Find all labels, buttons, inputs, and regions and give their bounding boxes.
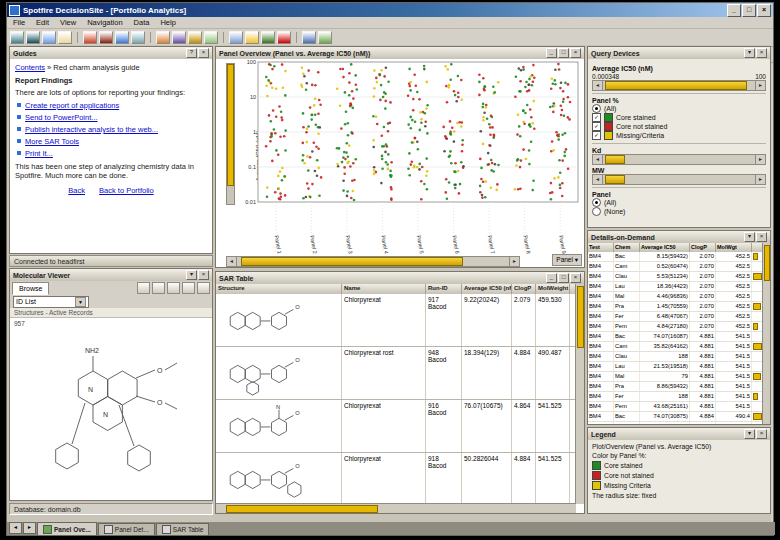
scroll-right-icon[interactable]: ► bbox=[509, 256, 520, 267]
details-vscroll-thumb[interactable] bbox=[764, 245, 770, 281]
slider-left-icon[interactable]: ◄ bbox=[592, 80, 603, 91]
menu-file[interactable]: File bbox=[12, 18, 26, 27]
panel-pct-all-radio[interactable]: (All) bbox=[592, 104, 766, 113]
chart-maximize-button[interactable]: □ bbox=[558, 48, 569, 58]
page-tab-2[interactable]: SAR Table bbox=[156, 523, 210, 535]
sar-column-3[interactable]: Average IC50 (nM) bbox=[462, 284, 512, 294]
table-view-icon[interactable] bbox=[261, 31, 275, 44]
id-list-dropdown[interactable]: ID List ▼ bbox=[13, 296, 89, 308]
browse-tab[interactable]: Browse bbox=[12, 282, 49, 295]
viewer-settings-icon[interactable] bbox=[182, 282, 195, 294]
legend-close-button[interactable]: × bbox=[756, 429, 767, 439]
details-row[interactable]: BM4Fer6.48(47067)2.070452.5 bbox=[588, 312, 763, 322]
tab-scroll-left-icon[interactable]: ◄ bbox=[9, 522, 22, 534]
redo-icon[interactable] bbox=[172, 31, 186, 44]
title-bar[interactable]: Spotfire DecisionSite - [Portfolio Analy… bbox=[7, 3, 773, 17]
menu-data[interactable]: Data bbox=[133, 18, 151, 27]
details-column-3[interactable]: ClogP bbox=[690, 243, 716, 252]
viewer-close-button[interactable]: × bbox=[198, 270, 209, 280]
details-row[interactable]: BM4Lau21.53(19518)4.881541.5 bbox=[588, 362, 763, 372]
checkbox-icon[interactable]: ✓ bbox=[592, 131, 601, 140]
x-axis-selector[interactable]: Panel ▾ bbox=[552, 254, 582, 266]
slider-left-icon[interactable]: ◄ bbox=[592, 154, 603, 165]
sar-column-4[interactable]: ClogP bbox=[512, 284, 536, 294]
legend-minimize-button[interactable]: ▾ bbox=[744, 429, 755, 439]
query-close-button[interactable]: × bbox=[756, 48, 767, 58]
copy-icon[interactable] bbox=[115, 31, 129, 44]
details-column-4[interactable]: MolWgt bbox=[716, 243, 752, 252]
cut-icon[interactable] bbox=[99, 31, 113, 44]
sar-hscroll-thumb[interactable] bbox=[226, 505, 378, 513]
details-column-0[interactable]: Test bbox=[588, 243, 614, 252]
copy-structure-icon[interactable] bbox=[167, 282, 180, 294]
sar-table-row[interactable]: OChlorpyrexat rost948 Bacod18.394(129)4.… bbox=[216, 347, 576, 400]
radio-icon[interactable] bbox=[592, 207, 601, 216]
checkbox-icon[interactable]: ✓ bbox=[592, 113, 601, 122]
undo-icon[interactable] bbox=[156, 31, 170, 44]
panel-group-item-0[interactable]: (All) bbox=[592, 198, 766, 207]
panel-pct-item-1[interactable]: ✓Core not stained bbox=[592, 122, 766, 131]
menu-help[interactable]: Help bbox=[159, 18, 176, 27]
open-icon[interactable] bbox=[26, 31, 40, 44]
slider-thumb[interactable] bbox=[605, 155, 625, 164]
menu-view[interactable]: View bbox=[59, 18, 77, 27]
back-to-portfolio-link[interactable]: Back to Portfolio bbox=[99, 186, 154, 195]
details-row[interactable]: BM4Cam35.82(67057)4.884490.4 bbox=[588, 422, 763, 424]
viewer-minimize-button[interactable]: ▾ bbox=[186, 270, 197, 280]
guides-close-button[interactable]: × bbox=[198, 48, 209, 58]
minimize-button[interactable]: _ bbox=[727, 4, 741, 17]
scatter-plot[interactable]: 1001010.10.01Panel 1Panel 2Panel 3Panel … bbox=[234, 59, 582, 256]
panel-pct-item-2[interactable]: ✓Missing/Criteria bbox=[592, 131, 766, 140]
new-document-icon[interactable] bbox=[10, 31, 24, 44]
details-row[interactable]: BM4Bac74.07(30875)4.884490.4 bbox=[588, 412, 763, 422]
contents-link[interactable]: Contents bbox=[15, 63, 45, 72]
page-tab-0[interactable]: Panel Ove... bbox=[37, 522, 97, 535]
scatter-chart-icon[interactable] bbox=[204, 31, 218, 44]
menu-navigation[interactable]: Navigation bbox=[86, 18, 123, 27]
sar-horizontal-scrollbar[interactable] bbox=[216, 503, 576, 513]
slider-device-0[interactable]: ◄► bbox=[592, 155, 766, 164]
print-icon[interactable] bbox=[58, 31, 72, 44]
pie-chart-icon[interactable] bbox=[245, 31, 259, 44]
query-minimize-button[interactable]: ▾ bbox=[744, 48, 755, 58]
range-slider-thumb[interactable] bbox=[605, 81, 747, 90]
details-row[interactable]: BM4Pem43.68(25161)4.881541.5 bbox=[588, 402, 763, 412]
x-axis-zoom-thumb[interactable] bbox=[241, 257, 463, 266]
profile-chart-icon[interactable] bbox=[277, 31, 291, 44]
sar-vscroll-thumb[interactable] bbox=[577, 286, 584, 348]
y-axis-zoom-thumb[interactable] bbox=[227, 64, 234, 186]
sar-column-1[interactable]: Name bbox=[342, 284, 426, 294]
sar-column-0[interactable]: Structure bbox=[216, 284, 342, 294]
details-minimize-button[interactable]: ▾ bbox=[744, 232, 755, 242]
viewer-menu-icon[interactable] bbox=[197, 282, 210, 294]
chart-minimize-button[interactable]: _ bbox=[546, 48, 557, 58]
paste-icon[interactable] bbox=[131, 31, 145, 44]
sar-table-row[interactable]: ONChlorpyrexat916 Bacod76.07(10675)4.864… bbox=[216, 400, 576, 453]
radio-icon[interactable] bbox=[592, 198, 601, 207]
radio-icon[interactable] bbox=[592, 104, 601, 113]
sar-column-5[interactable]: MolWeight bbox=[536, 284, 570, 294]
details-column-1[interactable]: Chem bbox=[614, 243, 640, 252]
previous-record-icon[interactable] bbox=[137, 282, 150, 294]
details-row[interactable]: BM4Fer1884.881541.5 bbox=[588, 392, 763, 402]
panel-pct-item-0[interactable]: ✓Core stained bbox=[592, 113, 766, 122]
sar-minimize-button[interactable]: _ bbox=[546, 273, 557, 283]
details-row[interactable]: BM4Cam0.52(60474)2.070452.5 bbox=[588, 262, 763, 272]
details-vertical-scrollbar[interactable] bbox=[762, 243, 770, 424]
back-link[interactable]: Back bbox=[68, 186, 85, 195]
details-row[interactable]: BM4Pra1.45(70559)2.070452.5 bbox=[588, 302, 763, 312]
tab-scroll-right-icon[interactable]: ► bbox=[23, 522, 36, 534]
chart-close-button[interactable]: × bbox=[570, 48, 581, 58]
menu-edit[interactable]: Edit bbox=[35, 18, 50, 27]
sar-vertical-scrollbar[interactable] bbox=[575, 284, 584, 504]
line-chart-icon[interactable] bbox=[229, 31, 243, 44]
structure-canvas[interactable]: 957 OONH2NN bbox=[10, 318, 212, 500]
details-column-2[interactable]: Average IC50 bbox=[640, 243, 690, 252]
maximize-button[interactable]: □ bbox=[742, 4, 756, 17]
guide-link-2[interactable]: Publish interactive analysis to the web.… bbox=[25, 125, 158, 134]
panel-group-item-1[interactable]: (None) bbox=[592, 207, 766, 216]
guides-help-button[interactable]: ? bbox=[186, 48, 197, 58]
slider-left-icon[interactable]: ◄ bbox=[592, 174, 603, 185]
sar-close-button[interactable]: × bbox=[570, 273, 581, 283]
details-row[interactable]: BM4Clau5.53(51234)2.070452.5 bbox=[588, 272, 763, 282]
